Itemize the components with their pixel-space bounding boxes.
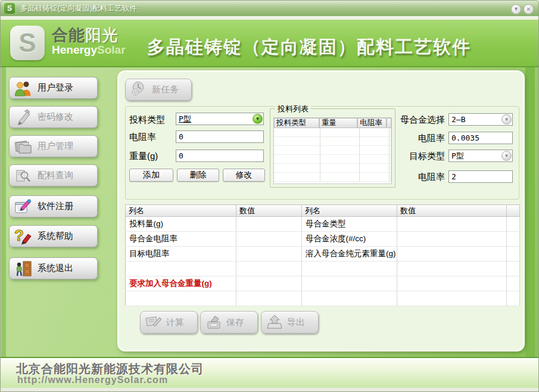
feed-list-empty-row — [274, 164, 391, 173]
feed-list-col-type[interactable]: 投料类型 — [274, 118, 319, 128]
header-banner: S 合能阳光 HenergySolar 多晶硅铸锭（定向凝固）配料工艺软件 — [1, 20, 539, 67]
chevron-down-icon[interactable]: ▼ — [501, 151, 512, 161]
pen-icon — [14, 109, 32, 126]
feed-weight-input[interactable]: 0 — [176, 150, 264, 162]
result-cell — [126, 262, 236, 276]
result-cell — [302, 291, 397, 306]
target-resistivity-input[interactable]: 2 — [448, 170, 513, 183]
result-cell: 目标电阻率 — [126, 247, 236, 262]
search-doc-icon — [14, 167, 32, 184]
result-cell — [236, 262, 302, 276]
minimize-button[interactable]: ▼ — [511, 4, 521, 14]
sidebar-item-user-login[interactable]: 用户登录 — [9, 77, 98, 99]
result-col-name-2: 列名 — [302, 205, 397, 217]
svg-text:?: ? — [14, 228, 24, 244]
sidebar-item-software-register[interactable]: 软件注册 — [9, 195, 98, 217]
table-row: 目标电阻率 溶入母合金纯元素重量(g) — [126, 247, 520, 262]
feed-resistivity-label: 电阻率 — [129, 132, 156, 143]
brand-logo-icon: S — [10, 26, 45, 60]
users-icon — [14, 80, 32, 97]
folders-icon — [14, 138, 32, 155]
close-button[interactable]: ✕ — [524, 4, 534, 14]
feed-list-empty-row — [274, 137, 391, 146]
feed-type-value: P型 — [179, 114, 191, 125]
feed-type-combobox[interactable]: P型 ▼ — [176, 113, 264, 125]
result-cell — [397, 232, 507, 247]
sidebar-item-label: 密码修改 — [38, 111, 73, 123]
calculate-icon — [145, 314, 163, 331]
notepad-pen-icon — [14, 198, 32, 215]
alloy-resistivity-label: 电阻率 — [394, 133, 445, 144]
app-logo-icon: S — [4, 3, 15, 14]
result-cell — [302, 276, 397, 291]
result-cell — [236, 291, 302, 306]
result-col-value-2: 数值 — [397, 205, 507, 217]
input-form-section: 投料类型 P型 ▼ 电阻率 0 重量(g) 0 添加 删除 修改 投料列表 — [125, 106, 519, 200]
new-task-button[interactable]: 新任务 — [125, 79, 192, 101]
calculate-button[interactable]: 计算 — [140, 311, 198, 334]
feed-list-empty-row — [274, 155, 391, 164]
table-row — [126, 262, 520, 276]
alloy-resistivity-input[interactable]: 0.0035 — [448, 132, 513, 144]
feed-resistivity-value: 0 — [179, 132, 183, 141]
company-website: http://www.HenergySolar.com — [17, 375, 168, 385]
target-type-combobox[interactable]: P型 ▼ — [448, 150, 513, 162]
result-cell: 投料量(g) — [126, 217, 236, 232]
sidebar-item-system-help[interactable]: ? 系统帮助 — [9, 225, 98, 247]
feed-list-empty-row — [274, 173, 391, 182]
result-table[interactable]: 列名 数值 列名 数值 投料量(g) 母合金类型 母合金电阻率 母合金浓度(#/… — [125, 204, 520, 306]
feed-list-table[interactable]: 投料类型 重量 电阻率 — [273, 117, 392, 184]
chevron-down-icon[interactable]: ▼ — [501, 114, 512, 125]
export-label: 导出 — [287, 317, 305, 328]
feed-weight-label: 重量(g) — [129, 151, 158, 162]
result-cell — [302, 262, 397, 276]
bottom-strip — [1, 388, 539, 392]
feed-list-header: 投料类型 重量 电阻率 — [274, 118, 391, 128]
new-task-label: 新任务 — [152, 84, 179, 95]
add-button[interactable]: 添加 — [129, 169, 173, 182]
new-task-icon — [130, 81, 147, 98]
main-panel: 新任务 投料类型 P型 ▼ 电阻率 0 重量(g) 0 添加 删除 修改 投料列… — [117, 70, 525, 351]
brand-en-main: Henergy — [52, 43, 97, 56]
sidebar-item-user-management[interactable]: 用户管理 — [9, 135, 98, 157]
sidebar-item-label: 用户管理 — [38, 141, 73, 152]
save-icon — [205, 314, 223, 331]
sidebar-item-label: 配料查询 — [38, 170, 73, 181]
export-button[interactable]: 导出 — [261, 311, 319, 334]
feed-resistivity-input[interactable]: 0 — [176, 130, 264, 143]
alloy-select-label: 母合金选择 — [394, 114, 445, 126]
table-row — [126, 291, 520, 306]
question-brush-icon: ? — [14, 228, 32, 245]
brand-text: 合能阳光 HenergySolar — [52, 27, 126, 56]
result-cell — [126, 291, 236, 306]
window-title: 多晶硅铸锭(定向凝固)配料工艺软件 — [20, 4, 137, 14]
sidebar-item-label: 软件注册 — [38, 201, 73, 212]
export-icon — [266, 314, 283, 331]
app-title: 多晶硅铸锭（定向凝固）配料工艺软件 — [147, 35, 471, 60]
modify-button[interactable]: 修改 — [223, 169, 265, 182]
feed-list-col-resistivity[interactable]: 电阻率 — [357, 118, 387, 128]
result-cell — [236, 247, 302, 262]
feed-list-group: 投料列表 投料类型 重量 电阻率 — [270, 108, 395, 188]
result-table-header: 列名 数值 列名 数值 — [126, 205, 520, 217]
sidebar-item-system-exit[interactable]: 系统退出 — [9, 257, 98, 279]
result-cell — [397, 262, 507, 276]
sidebar-item-change-password[interactable]: 密码修改 — [9, 106, 98, 128]
result-cell — [236, 232, 302, 247]
table-row: 要求加入母合金重量(g) — [126, 276, 520, 291]
alloy-select-combobox[interactable]: 2—B ▼ — [448, 113, 513, 126]
delete-button[interactable]: 删除 — [177, 169, 219, 182]
feed-list-col-weight[interactable]: 重量 — [319, 118, 357, 128]
sidebar-item-batch-query[interactable]: 配料查询 — [9, 164, 98, 186]
result-cell — [397, 276, 507, 291]
table-row: 投料量(g) 母合金类型 — [126, 217, 520, 232]
result-cell: 母合金类型 — [302, 217, 397, 232]
feed-type-label: 投料类型 — [129, 114, 165, 126]
alloy-resistivity-value: 0.0035 — [451, 133, 479, 142]
result-cell — [397, 247, 507, 262]
save-label: 保存 — [226, 317, 244, 328]
result-cell — [397, 291, 507, 306]
save-button[interactable]: 保存 — [200, 311, 258, 334]
chevron-down-icon[interactable]: ▼ — [253, 114, 263, 124]
footer: 北京合能阳光新能源技术有限公司 http://www.HenergySolar.… — [1, 357, 539, 388]
